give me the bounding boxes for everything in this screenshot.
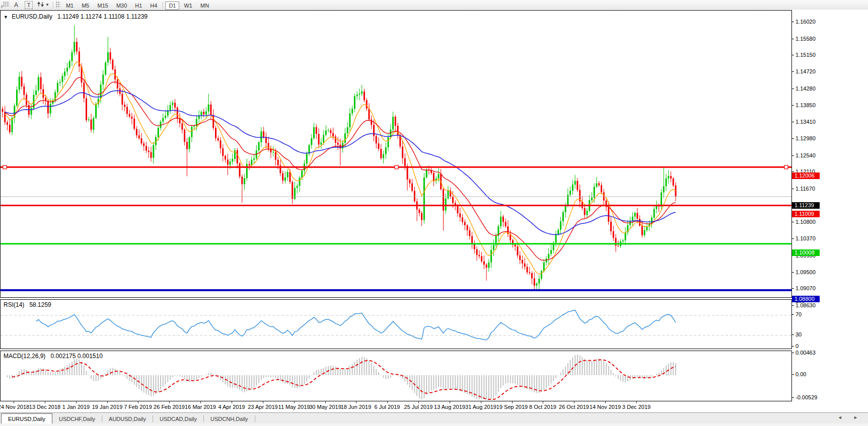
tick-mark	[792, 122, 794, 122]
date-tick-mark	[200, 401, 201, 403]
tick-mark	[792, 71, 794, 72]
timeframe-button-group: M1M5M15M30H1H4D1W1MN	[62, 1, 213, 10]
macd-current-values: 0.002175 0.001510	[50, 353, 102, 360]
date-label: 4 Apr 2019	[218, 404, 245, 410]
toolbar-grip-label: F	[1, 5, 4, 9]
date-label: 3 Dec 2019	[622, 404, 650, 410]
macd-histogram	[8, 355, 676, 399]
price-axis-tick: 1.14280	[792, 86, 816, 92]
date-label: 13 Dec 2018	[29, 404, 60, 410]
timeframe-button-m5[interactable]: M5	[78, 2, 93, 10]
toolbar-grip-icon	[56, 2, 60, 8]
tab-scroll-arrows: ◄ ►	[838, 415, 863, 420]
price-tag-1.11009: 1.11009	[792, 211, 820, 217]
date-tick-mark	[543, 401, 543, 403]
macd-axis-tick: 0.00463	[792, 350, 816, 356]
tick-mark	[792, 89, 794, 89]
date-tick-mark	[450, 401, 450, 403]
price-chart-canvas[interactable]	[1, 11, 791, 297]
date-tick-mark	[138, 401, 138, 403]
tab-usdcad[interactable]: USDCAD,Daily	[153, 414, 203, 423]
date-label: 30 May 2019	[309, 404, 341, 410]
line-drag-handle[interactable]	[395, 165, 398, 169]
price-axis-tick: 1.10370	[792, 235, 816, 242]
toolbar-separator	[53, 2, 53, 9]
text-tool-button[interactable]: T	[25, 1, 33, 9]
tab-eurusd[interactable]: EURUSD,Daily	[1, 413, 52, 423]
date-label: 18 Jun 2019	[341, 404, 372, 410]
rsi-canvas[interactable]	[1, 300, 791, 349]
grip-dots-icon	[3, 2, 9, 7]
price-chart-panel[interactable]: ▼ EURUSD,Daily 1.11249 1.11274 1.11108 1…	[0, 10, 792, 298]
candlesticks	[2, 25, 677, 290]
tab-usdcnh[interactable]: USDCNH,Daily	[204, 414, 255, 423]
macd-canvas[interactable]	[1, 351, 791, 401]
date-label: 8 Oct 2019	[529, 404, 556, 410]
price-axis-tick: 1.16020	[792, 19, 816, 25]
date-label: 14 Nov 2019	[590, 404, 621, 410]
chevron-down-icon: ▼	[4, 15, 8, 20]
chart-workarea: ▼ EURUSD,Daily 1.11249 1.11274 1.11108 1…	[0, 10, 868, 412]
tick-mark	[792, 22, 794, 22]
rsi-label: RSI(14) 58.1259	[4, 301, 51, 308]
rsi-indicator-panel[interactable]: RSI(14) 58.1259	[0, 299, 792, 349]
tick-mark	[792, 172, 794, 172]
macd-label: MACD(12,26,9) 0.002175 0.001510	[4, 353, 103, 360]
date-label: 23 Apr 2019	[248, 404, 277, 410]
toolbar-grip-icon: F	[1, 1, 10, 9]
timeframe-button-h1[interactable]: H1	[131, 2, 146, 10]
date-label: 25 Jul 2019	[404, 404, 433, 410]
ma-mid-line	[5, 77, 676, 261]
price-axis: 1.160201.155801.151501.147201.142801.138…	[792, 10, 868, 403]
date-tick-mark	[387, 401, 388, 403]
price-axis-tick: 1.10800	[792, 219, 816, 225]
tab-audusd[interactable]: AUDUSD,Daily	[102, 414, 153, 423]
date-tick-mark	[512, 401, 513, 403]
tick-mark	[792, 138, 794, 139]
rsi-axis-tick: 70	[792, 311, 802, 318]
date-label: 6 Jul 2019	[375, 404, 400, 410]
price-tag-1.12006: 1.12006	[792, 173, 820, 179]
price-axis-tick: 1.15150	[792, 52, 816, 58]
date-label: 24 Nov 2018	[0, 404, 29, 410]
date-label: 1 Jan 2019	[62, 404, 90, 410]
price-axis-tick: 1.15580	[792, 36, 816, 42]
timeframe-button-m15[interactable]: M15	[94, 2, 111, 10]
date-tick-mark	[605, 401, 606, 403]
chevron-down-icon: ▼	[45, 3, 49, 7]
arrows-tool-button[interactable]: ▼	[37, 1, 49, 9]
price-axis-tick: 1.11670	[792, 186, 815, 192]
tick-mark	[792, 222, 794, 222]
font-label-tool-button[interactable]: A	[12, 1, 21, 9]
date-tick-mark	[325, 401, 326, 403]
macd-indicator-panel[interactable]: MACD(12,26,9) 0.002175 0.001510	[0, 351, 792, 401]
tab-scroll-right-icon[interactable]: ►	[853, 415, 863, 420]
toolbar-separator	[163, 2, 163, 9]
date-tick-mark	[169, 401, 170, 403]
timeframe-button-m1[interactable]: M1	[62, 2, 77, 10]
date-tick-mark	[294, 401, 295, 403]
chart-ohlc-values: 1.11249 1.11274 1.11108 1.11239	[57, 13, 148, 20]
price-axis-tick: 1.13850	[792, 102, 816, 109]
timeframe-button-w1[interactable]: W1	[180, 2, 196, 10]
tick-mark	[792, 189, 794, 189]
timeframe-button-m30[interactable]: M30	[113, 2, 130, 10]
arrows-icon	[37, 1, 44, 9]
timeframe-button-h4[interactable]: H4	[147, 2, 161, 10]
macd-axis-tick: 0.00	[792, 371, 806, 378]
line-drag-handle[interactable]	[784, 165, 788, 169]
price-axis-tick: 1.12980	[792, 135, 816, 142]
date-label: 11 May 2019	[278, 404, 310, 410]
date-label: 26 Oct 2019	[559, 404, 589, 410]
rsi-current-value: 58.1259	[29, 301, 51, 308]
ma-fast-line	[5, 62, 676, 274]
timeframe-button-d1[interactable]: D1	[165, 2, 179, 10]
tab-usdchf[interactable]: USDCHF,Daily	[52, 414, 102, 423]
price-tag-1.10008: 1.10008	[792, 249, 820, 256]
tick-mark	[792, 305, 794, 306]
line-drag-handle[interactable]	[3, 165, 7, 169]
date-tick-mark	[574, 401, 574, 403]
date-tick-mark	[481, 401, 481, 403]
timeframe-button-mn[interactable]: MN	[197, 2, 212, 10]
tab-scroll-left-icon[interactable]: ◄	[838, 415, 847, 420]
